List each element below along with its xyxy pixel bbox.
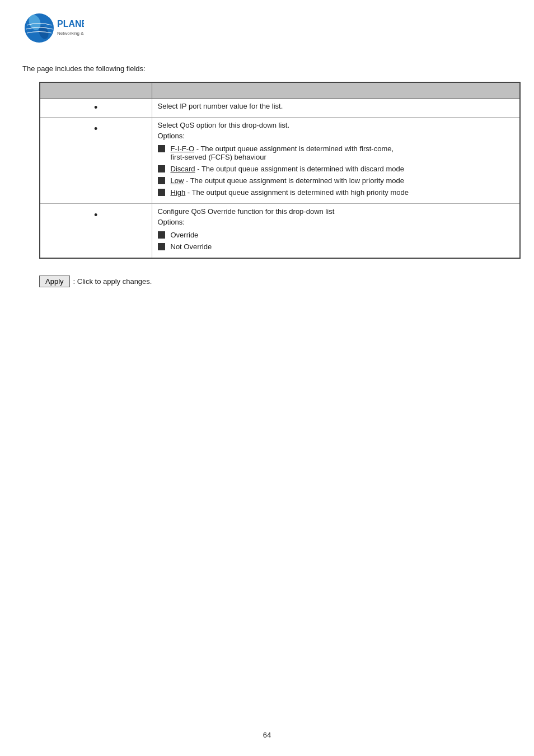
row2-options-list: F-I-F-O - The output queue assignment is… [158, 142, 514, 197]
apply-description: : Click to apply changes. [73, 277, 152, 286]
fields-table: • Select IP port number value for the li… [39, 82, 521, 259]
row3-desc: Configure QoS Override function for this… [158, 207, 514, 216]
row3-options-list: Override Not Override [158, 228, 514, 251]
list-item: Override [158, 231, 514, 239]
apply-section: Apply : Click to apply changes. [39, 276, 512, 287]
list-item: Discard - The output queue assignment is… [158, 165, 514, 173]
sq-bullet-icon [158, 243, 165, 250]
option-not-override: Not Override [171, 242, 212, 251]
list-item: Low - The output queue assignment is det… [158, 176, 514, 185]
option-override: Override [171, 231, 199, 239]
planet-logo: PLANET Networking & Communication [22, 11, 84, 48]
sq-bullet-icon [158, 145, 165, 152]
table-header-col2 [152, 82, 520, 98]
intro-text: The page includes the following fields: [22, 64, 512, 73]
sq-bullet-icon [158, 165, 165, 172]
list-item: F-I-F-O - The output queue assignment is… [158, 144, 514, 161]
bullet-2: • [94, 123, 97, 134]
option-discard: Discard - The output queue assignment is… [171, 165, 404, 173]
option-fifo: F-I-F-O - The output queue assignment is… [171, 144, 394, 161]
row1-desc: Select IP port number value for the list… [158, 102, 283, 110]
sq-bullet-icon [158, 231, 165, 239]
option-low: Low - The output queue assignment is det… [171, 176, 404, 185]
svg-text:Networking & Communication: Networking & Communication [57, 31, 84, 36]
list-item: Not Override [158, 242, 514, 251]
table-row: • Select QoS option for this drop-down l… [40, 117, 520, 203]
row3-options-label: Options: [158, 218, 514, 226]
apply-button[interactable]: Apply [39, 276, 70, 287]
row2-options-label: Options: [158, 132, 514, 140]
page-number: 64 [0, 731, 534, 739]
sq-bullet-icon [158, 189, 165, 196]
table-row: • Select IP port number value for the li… [40, 98, 520, 117]
svg-text:PLANET: PLANET [57, 19, 84, 29]
option-high: High - The output queue assignment is de… [171, 188, 409, 197]
logo-area: PLANET Networking & Communication [22, 11, 512, 48]
row2-desc: Select QoS option for this drop-down lis… [158, 121, 514, 129]
sq-bullet-icon [158, 177, 165, 184]
table-row: • Configure QoS Override function for th… [40, 203, 520, 258]
bullet-1: • [94, 102, 97, 113]
bullet-3: • [94, 209, 97, 221]
table-header-col1 [40, 82, 152, 98]
list-item: High - The output queue assignment is de… [158, 188, 514, 197]
